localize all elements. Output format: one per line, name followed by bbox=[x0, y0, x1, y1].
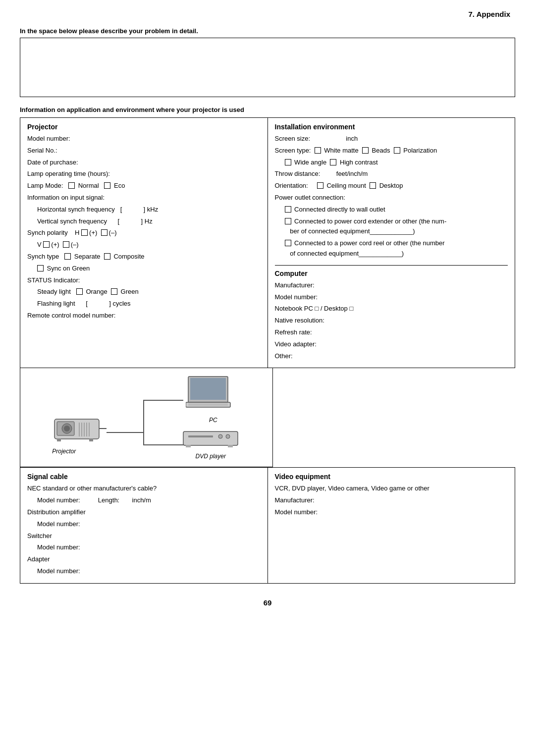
video-adapter-label: Video adapter: bbox=[275, 340, 317, 348]
wall-outlet-checkbox[interactable] bbox=[285, 206, 291, 213]
refresh-rate-label: Refresh rate: bbox=[275, 328, 312, 336]
video-manufacturer-row: Manufacturer: bbox=[275, 495, 508, 506]
synch-type-label: Synch type bbox=[27, 253, 59, 260]
svg-rect-13 bbox=[190, 378, 226, 400]
h-plus-checkbox[interactable] bbox=[81, 229, 88, 236]
cord-reel-checkbox[interactable] bbox=[285, 240, 291, 246]
dist-model-row: Model number: bbox=[27, 519, 261, 530]
v-polarity-row: V (+) (–) bbox=[27, 240, 261, 250]
steady-light-label: Steady light bbox=[37, 288, 71, 295]
white-matte-checkbox[interactable] bbox=[315, 147, 321, 154]
distribution-amplifier-row: Distribution amplifier bbox=[27, 507, 261, 518]
video-adapter-row: Video adapter: bbox=[275, 339, 508, 350]
signal-model-row: Model number: Length: inch/m bbox=[27, 495, 261, 506]
desktop-checkbox[interactable] bbox=[370, 182, 376, 189]
projector-svg bbox=[52, 412, 107, 446]
orange-checkbox[interactable] bbox=[76, 288, 83, 295]
notebook-desktop-row: Notebook PC □ / Desktop □ bbox=[275, 304, 508, 314]
problem-label: In the space below please describe your … bbox=[20, 27, 515, 35]
screen-size-row: Screen size: inch bbox=[275, 134, 508, 144]
serial-no-row: Serial No.: bbox=[27, 146, 261, 156]
other-label: Other: bbox=[275, 352, 293, 360]
signal-cable-title: Signal cable bbox=[27, 473, 261, 481]
beads-checkbox[interactable] bbox=[362, 147, 369, 154]
installation-panel-title: Installation environment bbox=[275, 123, 508, 131]
v-plus-checkbox[interactable] bbox=[43, 241, 50, 248]
projector-diagram-label: Projector bbox=[52, 448, 107, 455]
dist-model-label: Model number: bbox=[37, 520, 80, 528]
signal-length-label: Length: bbox=[98, 496, 119, 504]
dvd-svg bbox=[181, 429, 240, 451]
svg-rect-10 bbox=[89, 438, 93, 441]
v-synch-label: Vertical synch frequency bbox=[37, 217, 107, 225]
page-number: 69 bbox=[20, 598, 515, 607]
svg-rect-17 bbox=[188, 435, 213, 437]
throw-distance-row: Throw distance: feet/inch/m bbox=[275, 169, 508, 179]
power-option3-row: Connected to a power cord reel or other … bbox=[275, 238, 508, 259]
synch-type-row: Synch type Separate Composite bbox=[27, 252, 261, 262]
signal-length-unit: inch/m bbox=[132, 496, 151, 504]
video-description-row: VCR, DVD player, Video camera, Video gam… bbox=[275, 484, 508, 494]
synch-polarity-label: Synch polarity bbox=[27, 229, 68, 236]
pc-diagram: PC bbox=[186, 376, 240, 424]
normal-checkbox[interactable] bbox=[68, 182, 75, 189]
video-equipment-title: Video equipment bbox=[275, 473, 508, 481]
bottom-two-col: Signal cable NEC standard or other manuf… bbox=[20, 467, 515, 583]
serial-no-label: Serial No.: bbox=[27, 147, 57, 154]
screen-type-row: Screen type: White matte Beads Polarizat… bbox=[275, 146, 508, 156]
h-synch-row: Horizontal synch frequency [ ] kHz bbox=[27, 205, 261, 215]
adapter-model-row: Model number: bbox=[27, 566, 261, 577]
input-signal-label: Information on input signal: bbox=[27, 194, 105, 201]
h-minus-checkbox[interactable] bbox=[101, 229, 107, 236]
polarization-checkbox[interactable] bbox=[394, 147, 400, 154]
svg-rect-16 bbox=[183, 432, 238, 445]
problem-input-area[interactable] bbox=[20, 38, 515, 97]
diagram-container: Projector PC bbox=[52, 376, 240, 460]
cord-extender-checkbox[interactable] bbox=[285, 218, 291, 224]
svg-rect-15 bbox=[188, 403, 228, 406]
status-indicator-row: STATUS Indicator: bbox=[27, 275, 261, 286]
green-checkbox[interactable] bbox=[111, 288, 117, 295]
page-title: 7. Appendix bbox=[20, 10, 515, 18]
date-purchase-row: Date of purchase: bbox=[27, 158, 261, 168]
notebook-desktop-label: Notebook PC □ / Desktop □ bbox=[275, 305, 354, 312]
remote-control-label: Remote control model number: bbox=[27, 312, 115, 319]
distribution-amplifier-label: Distribution amplifier bbox=[27, 508, 86, 516]
computer-model-label: Model number: bbox=[275, 293, 318, 301]
svg-rect-9 bbox=[57, 438, 61, 441]
svg-point-18 bbox=[218, 434, 222, 438]
power-option2-row: Connected to power cord extender or othe… bbox=[275, 216, 508, 237]
signal-cable-panel: Signal cable NEC standard or other manuf… bbox=[20, 467, 268, 583]
v-minus-checkbox[interactable] bbox=[63, 241, 69, 248]
lamp-mode-row: Lamp Mode: Normal Eco bbox=[27, 181, 261, 191]
projector-panel-title: Projector bbox=[27, 123, 261, 131]
lamp-time-label: Lamp operating time (hours): bbox=[27, 170, 110, 177]
svg-point-3 bbox=[64, 426, 70, 432]
svg-point-19 bbox=[226, 434, 230, 438]
top-two-col: Projector Model number: Serial No.: Date… bbox=[20, 117, 515, 368]
computer-manufacturer-label: Manufacturer: bbox=[275, 281, 315, 289]
eco-checkbox[interactable] bbox=[104, 182, 110, 189]
problem-section: In the space below please describe your … bbox=[20, 27, 515, 97]
power-outlet-row: Power outlet connection: bbox=[275, 193, 508, 203]
synch-polarity-row: Synch polarity H (+) (–) bbox=[27, 228, 261, 238]
cable-svg bbox=[104, 376, 193, 460]
steady-light-row: Steady light Orange Green bbox=[27, 287, 261, 297]
composite-checkbox[interactable] bbox=[104, 253, 110, 260]
sync-on-green-row: Sync on Green bbox=[27, 264, 261, 274]
sync-on-green-checkbox[interactable] bbox=[37, 265, 44, 271]
diagram-row: Projector PC bbox=[20, 368, 515, 467]
separate-checkbox[interactable] bbox=[64, 253, 71, 260]
input-signal-row: Information on input signal: bbox=[27, 193, 261, 203]
other-row: Other: bbox=[275, 351, 508, 362]
orientation-label: Orientation: bbox=[275, 182, 308, 189]
orientation-row: Orientation: Ceiling mount Desktop bbox=[275, 181, 508, 191]
model-number-label: Model number: bbox=[27, 135, 70, 142]
high-contrast-checkbox[interactable] bbox=[330, 159, 336, 165]
ceiling-mount-checkbox[interactable] bbox=[317, 182, 323, 189]
video-model-row: Model number: bbox=[275, 507, 508, 518]
wide-angle-checkbox[interactable] bbox=[285, 159, 291, 165]
signal-model-label: Model number: bbox=[37, 496, 80, 504]
date-purchase-label: Date of purchase: bbox=[27, 159, 78, 166]
dvd-diagram-label: DVD player bbox=[181, 453, 240, 460]
